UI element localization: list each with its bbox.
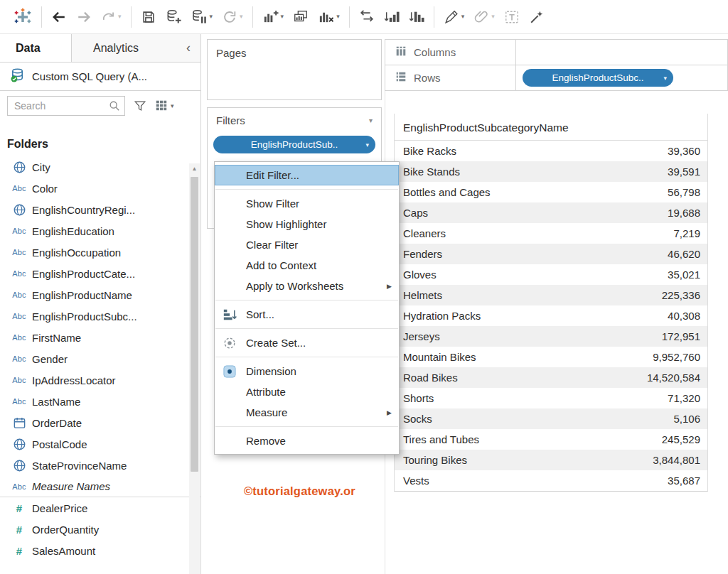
- rows-shelf[interactable]: Rows EnglishProductSubc.. ▾: [385, 65, 728, 91]
- collapse-pane-icon[interactable]: ‹: [176, 34, 200, 62]
- table-row-hydration-packs[interactable]: Hydration Packs40,308: [395, 305, 707, 326]
- field-englishproductname[interactable]: AbcEnglishProductName: [0, 284, 200, 305]
- rows-pill[interactable]: EnglishProductSubc.. ▾: [523, 69, 673, 87]
- table-row-helmets[interactable]: Helmets225,336: [395, 285, 707, 305]
- field-lastname[interactable]: AbcLastName: [0, 391, 200, 412]
- table-row-touring-bikes[interactable]: Touring Bikes3,844,801: [395, 450, 707, 470]
- menu-item-dimension[interactable]: Dimension: [215, 361, 399, 381]
- row-value: 9,952,760: [653, 351, 700, 363]
- columns-shelf-content[interactable]: [516, 40, 727, 65]
- menu-item-show-filter[interactable]: Show Filter: [215, 193, 399, 214]
- field-englishproductcate[interactable]: AbcEnglishProductCate...: [0, 263, 200, 284]
- swap-rows-columns-button[interactable]: [358, 8, 376, 26]
- field-englisheducation[interactable]: AbcEnglishEducation: [0, 220, 200, 242]
- run-auto-updates-button[interactable]: ▾: [220, 8, 245, 26]
- menu-item-edit-filter[interactable]: Edit Filter...: [215, 165, 399, 185]
- table-row-fenders[interactable]: Fenders46,620: [395, 244, 707, 264]
- sort-descending-button[interactable]: [407, 8, 426, 26]
- row-category: Bottles and Cages: [403, 186, 491, 198]
- clear-sheet-button[interactable]: ▾: [316, 7, 341, 26]
- group-members-button[interactable]: ▾: [472, 8, 496, 26]
- field-ipaddresslocator[interactable]: AbcIpAddressLocator: [0, 369, 200, 391]
- field-salesamount[interactable]: #SalesAmount: [0, 540, 200, 561]
- field-measure-names[interactable]: AbcMeasure Names: [0, 476, 200, 497]
- filters-menu-caret-icon[interactable]: ▾: [369, 117, 373, 124]
- menu-item-add-to-context[interactable]: Add to Context: [215, 255, 399, 276]
- filter-pill[interactable]: EnglishProductSub.. ▾: [213, 136, 375, 153]
- watermark: ©tutorialgateway.or: [244, 484, 355, 498]
- datasource-item[interactable]: Custom SQL Query (A...: [0, 63, 200, 91]
- search-input[interactable]: [14, 100, 109, 112]
- table-row-bike-racks[interactable]: Bike Racks39,360: [395, 141, 707, 161]
- sort-ascending-button[interactable]: [382, 8, 401, 26]
- table-row-shorts[interactable]: Shorts71,320: [395, 388, 707, 408]
- table-row-bottles-and-cages[interactable]: Bottles and Cages56,798: [395, 182, 707, 202]
- field-firstname[interactable]: AbcFirstName: [0, 327, 200, 348]
- highlight-icon: [444, 9, 459, 25]
- toolbar-group: [350, 8, 434, 26]
- new-datasource-button[interactable]: [164, 7, 183, 26]
- field-color[interactable]: AbcColor: [0, 178, 200, 199]
- table-row-road-bikes[interactable]: Road Bikes14,520,584: [395, 367, 707, 388]
- table-row-caps[interactable]: Caps19,688: [395, 202, 707, 223]
- field-englishoccupation[interactable]: AbcEnglishOccupation: [0, 242, 200, 263]
- tab-data[interactable]: Data: [0, 34, 71, 62]
- table-row-cleaners[interactable]: Cleaners7,219: [395, 223, 707, 244]
- scrollbar-thumb[interactable]: [191, 177, 198, 472]
- pause-auto-updates-button[interactable]: ▾: [190, 7, 215, 26]
- data-pane-scrollbar[interactable]: ▲: [189, 163, 200, 574]
- tab-analytics[interactable]: Analytics: [71, 34, 176, 62]
- tableau-logo[interactable]: [12, 6, 33, 28]
- pages-shelf[interactable]: Pages: [207, 39, 382, 100]
- toolbar-group: ▾▾: [132, 7, 252, 26]
- show-mark-labels-button[interactable]: [503, 8, 521, 26]
- new-worksheet-button[interactable]: ▾: [261, 7, 286, 26]
- toolbar-group: [4, 6, 41, 28]
- menu-item-create-set[interactable]: Create Set...: [215, 332, 399, 353]
- search-box[interactable]: [7, 96, 125, 116]
- abc-icon: Abc: [10, 397, 28, 406]
- filter-fields-icon[interactable]: [134, 99, 146, 112]
- table-row-tires-and-tubes[interactable]: Tires and Tubes245,529: [395, 429, 707, 450]
- menu-item-measure[interactable]: Measure▶: [215, 402, 399, 423]
- highlight-button[interactable]: ▾: [442, 8, 466, 26]
- field-city[interactable]: City: [0, 156, 200, 178]
- table-row-bike-stands[interactable]: Bike Stands39,591: [395, 161, 707, 182]
- columns-shelf[interactable]: Columns: [385, 39, 728, 65]
- redo-button[interactable]: ▾: [100, 8, 123, 26]
- field-dealerprice[interactable]: #DealerPrice: [0, 497, 200, 519]
- table-row-jerseys[interactable]: Jerseys172,951: [395, 326, 707, 347]
- menu-item-clear-filter[interactable]: Clear Filter: [215, 234, 399, 255]
- table-row-socks[interactable]: Socks5,106: [395, 408, 707, 429]
- forward-button[interactable]: [75, 8, 93, 26]
- field-postalcode[interactable]: PostalCode: [0, 433, 200, 455]
- scroll-up-icon[interactable]: ▲: [189, 163, 200, 174]
- field-englishcountryregi[interactable]: EnglishCountryRegi...: [0, 199, 200, 220]
- duplicate-sheet-button[interactable]: [291, 8, 310, 26]
- rows-shelf-content: EnglishProductSubc.. ▾: [516, 65, 727, 90]
- row-value: 7,219: [673, 227, 700, 239]
- save-button[interactable]: [139, 8, 158, 26]
- table-row-vests[interactable]: Vests35,687: [395, 470, 707, 491]
- field-gender[interactable]: AbcGender: [0, 348, 200, 369]
- row-value: 5,106: [673, 413, 700, 425]
- field-label: IpAddressLocator: [32, 374, 116, 386]
- abc-icon: Abc: [10, 482, 28, 491]
- view-data-options-button[interactable]: ▾: [155, 99, 174, 114]
- table-header[interactable]: EnglishProductSubcategoryName: [395, 114, 707, 141]
- field-orderdate[interactable]: OrderDate: [0, 412, 200, 433]
- field-stateprovincename[interactable]: StateProvinceName: [0, 455, 200, 476]
- menu-item-label: Dimension: [246, 365, 296, 377]
- back-button[interactable]: [50, 8, 68, 26]
- field-orderquantity[interactable]: #OrderQuantity: [0, 519, 200, 540]
- fix-axes-button[interactable]: [528, 8, 546, 26]
- menu-item-remove[interactable]: Remove: [215, 430, 399, 451]
- menu-item-show-highlighter[interactable]: Show Highlighter: [215, 214, 399, 234]
- table-row-gloves[interactable]: Gloves35,021: [395, 264, 707, 285]
- menu-item-sort[interactable]: Sort...: [215, 304, 399, 325]
- table-row-mountain-bikes[interactable]: Mountain Bikes9,952,760: [395, 347, 707, 367]
- filter-pill-label: EnglishProductSub..: [251, 139, 338, 150]
- menu-item-attribute[interactable]: Attribute: [215, 381, 399, 402]
- menu-item-apply-to-worksheets[interactable]: Apply to Worksheets▶: [215, 276, 399, 296]
- field-englishproductsubc[interactable]: AbcEnglishProductSubc...: [0, 305, 200, 327]
